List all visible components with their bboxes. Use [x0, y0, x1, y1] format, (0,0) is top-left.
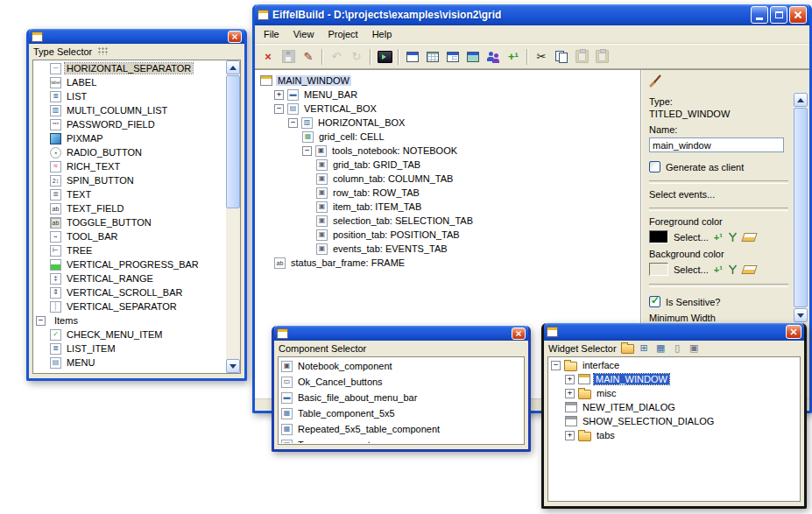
tree-row-pixmap[interactable]: PIXMAP	[34, 131, 225, 145]
expand-icon[interactable]: +	[565, 375, 575, 384]
menu-project[interactable]: Project	[321, 27, 364, 41]
copy-icon[interactable]	[552, 47, 571, 67]
window-view-icon[interactable]	[403, 47, 422, 67]
tree-row-vertical-separator[interactable]: │VERTICAL_SEPARATOR	[34, 299, 225, 313]
tree-row-grid-tab-grid-tab[interactable]: ▣grid_tab: GRID_TAB	[258, 158, 640, 172]
tree-row-vertical-progress-bar[interactable]: VERTICAL_PROGRESS_BAR	[34, 257, 225, 271]
collapse-icon[interactable]: −	[551, 361, 561, 370]
delete-widget-icon[interactable]: ×	[258, 47, 278, 67]
expand-icon[interactable]: +	[565, 431, 575, 440]
tree-row-horizontal-separator[interactable]: ─HORIZONTAL_SEPARATOR	[34, 61, 225, 75]
select-background-color-button[interactable]: Select...	[674, 264, 709, 275]
tree-row-ok-cancel-buttons[interactable]: ▭Ok_Cancel_buttons	[279, 374, 523, 390]
tree-row-main-window[interactable]: MAIN_WINDOW	[258, 74, 640, 88]
snapshot-icon[interactable]: ▣	[688, 342, 701, 354]
expand-icon[interactable]: +	[565, 389, 575, 398]
collapse-icon[interactable]: −	[302, 146, 312, 156]
tree-row-text[interactable]: ≣TEXT	[34, 187, 225, 201]
type-selector-title-bar[interactable]	[29, 29, 244, 44]
tree-row-table-component-5x5[interactable]: ▦Table_component_5x5	[279, 405, 523, 421]
cut-icon[interactable]: ✂	[532, 47, 551, 67]
tree-row-interface[interactable]: −interface	[549, 358, 799, 372]
drag-handle-icon[interactable]	[98, 47, 109, 55]
tree-row-menu[interactable]: ▤MENU	[34, 356, 225, 370]
tree-row-repeated-5x5-table-component[interactable]: ▦Repeated_5x5_table_component	[279, 421, 523, 437]
tree-row-show-selection-dialog[interactable]: SHOW_SELECTION_DIALOG	[549, 414, 799, 428]
merge-icon[interactable]	[728, 264, 738, 275]
add-constant-icon[interactable]: +¹	[714, 264, 723, 275]
tree-row-list-item[interactable]: ≣LIST_ITEM	[34, 341, 225, 356]
select-events-button[interactable]: Select events...	[649, 189, 788, 200]
tree-row-vertical-range[interactable]: ‡VERTICAL_RANGE	[34, 271, 225, 285]
menu-view[interactable]: View	[286, 27, 321, 41]
scroll-down-button[interactable]	[794, 308, 808, 322]
component-selector-title-bar[interactable]	[274, 326, 528, 341]
menu-help[interactable]: Help	[365, 27, 399, 41]
tree-row-password-field[interactable]: ***PASSWORD_FIELD	[34, 117, 225, 131]
tree-row-column-tab-column-tab[interactable]: ▣column_tab: COLUMN_TAB	[258, 172, 640, 186]
maximize-button[interactable]	[770, 6, 787, 24]
is-sensitive-checkbox[interactable]	[649, 296, 660, 307]
scrollbar-thumb[interactable]	[794, 108, 808, 307]
table-view-icon[interactable]	[423, 47, 442, 67]
close-button[interactable]	[512, 327, 526, 340]
tree-row-items[interactable]: −Items	[34, 313, 225, 327]
tree-row-tabs[interactable]: +tabs	[549, 428, 799, 442]
tree-row-menu-bar[interactable]: +▬MENU_BAR	[258, 88, 640, 102]
windows-icon[interactable]: ▦	[654, 342, 667, 354]
add-window-icon[interactable]: ⊞	[638, 342, 651, 354]
merge-icon[interactable]	[728, 232, 738, 243]
delete-icon[interactable]: ▯	[671, 342, 684, 354]
tree-row-notebook-component[interactable]: ▣Notebook_component	[279, 358, 523, 374]
scrollbar-thumb[interactable]	[226, 75, 240, 208]
tree-row-status-bar-frame-frame[interactable]: abstatus_bar_frame: FRAME	[258, 256, 640, 270]
tree-row-toggle-button[interactable]: abTOGGLE_BUTTON	[34, 215, 225, 229]
scroll-up-button[interactable]	[226, 60, 240, 74]
tree-row-list[interactable]: ≣LIST	[34, 89, 225, 103]
expand-icon[interactable]: +	[274, 90, 284, 100]
tree-row-tools-notebook-notebook[interactable]: −▣tools_notebook: NOTEBOOK	[258, 144, 640, 158]
minimize-button[interactable]	[751, 6, 768, 24]
menu-file[interactable]: File	[257, 27, 286, 41]
widget-selector-title-bar[interactable]	[544, 323, 804, 341]
new-folder-icon[interactable]	[621, 344, 634, 354]
tree-row-grid-cell-cell[interactable]: ▦grid_cell: CELL	[258, 130, 640, 144]
close-button[interactable]	[228, 31, 242, 43]
tree-row-rich-text[interactable]: ≈RICH_TEXT	[34, 159, 225, 173]
collapse-icon[interactable]: −	[36, 316, 46, 326]
foreground-color-swatch[interactable]	[649, 230, 668, 243]
close-button[interactable]	[786, 325, 801, 339]
collapse-icon[interactable]: −	[288, 118, 298, 128]
brush-icon[interactable]	[649, 74, 663, 88]
tree-row-tree[interactable]: ⊢TREE	[34, 243, 225, 257]
tree-row-vertical-box[interactable]: −▤VERTICAL_BOX	[258, 102, 640, 116]
tree-row-misc[interactable]: +misc	[549, 386, 799, 400]
preview-view-icon[interactable]	[463, 47, 483, 67]
tree-row-row-tab-row-tab[interactable]: ▣row_tab: ROW_TAB	[258, 186, 640, 200]
tree-row-horizontal-box[interactable]: −▥HORIZONTAL_BOX	[258, 116, 640, 130]
eraser-icon[interactable]	[741, 233, 757, 242]
tree-row-spin-button[interactable]: 2↕SPIN_BUTTON	[34, 173, 225, 187]
generate-code-icon[interactable]	[375, 47, 394, 67]
tree-row-tree-component[interactable]: ▦Tree_component	[279, 437, 523, 443]
type-selector-scrollbar[interactable]	[226, 60, 240, 373]
tree-row-selection-tab-selection-tab[interactable]: ▣selection_tab: SELECTION_TAB	[258, 214, 640, 228]
eraser-icon[interactable]	[741, 265, 757, 274]
add-constant-icon[interactable]: +¹	[714, 232, 723, 243]
tree-row-vertical-scroll-bar[interactable]: ⇕VERTICAL_SCROLL_BAR	[34, 285, 225, 299]
tree-row-label[interactable]: labelLABEL	[34, 75, 225, 89]
tree-row-new-item-dialog[interactable]: NEW_ITEM_DIALOG	[549, 400, 799, 414]
tree-row-events-tab-events-tab[interactable]: ▣events_tab: EVENTS_TAB	[258, 242, 640, 256]
title-bar[interactable]: EiffelBuild - D:\projects\examples\visio…	[255, 4, 809, 25]
tree-row-text-field[interactable]: abTEXT_FIELD	[34, 201, 225, 215]
add-one-icon[interactable]: +¹	[504, 47, 523, 67]
tree-row-tool-bar[interactable]: ▪▪TOOL_BAR	[34, 229, 225, 243]
generate-as-client-checkbox[interactable]	[649, 161, 660, 173]
tree-row-basic-file-about-menu-bar[interactable]: ▬Basic_file_about_menu_bar	[279, 390, 523, 405]
tree-row-multi-column-list[interactable]: ▥MULTI_COLUMN_LIST	[34, 103, 225, 117]
select-foreground-color-button[interactable]: Select...	[674, 232, 709, 243]
name-input[interactable]	[649, 137, 784, 152]
close-button[interactable]	[789, 6, 807, 24]
tree-row-item-tab-item-tab[interactable]: ▣item_tab: ITEM_TAB	[258, 200, 640, 214]
background-color-swatch[interactable]	[649, 263, 668, 276]
